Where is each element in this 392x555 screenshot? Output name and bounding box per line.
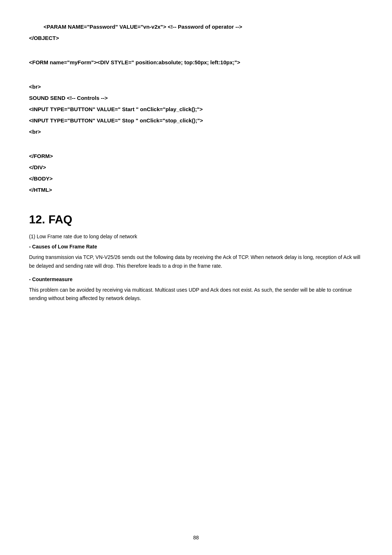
- faq-subtitle-1: - Causes of Low Frame Rate: [29, 244, 363, 250]
- code-line-10: </DIV>: [29, 162, 363, 172]
- page-number: 88: [193, 535, 199, 540]
- code-line-1: <PARAM NAME="Password" VALUE="vn-v2x"> <…: [29, 22, 363, 32]
- code-line-5: SOUND SEND <!-- Controls -->: [29, 93, 363, 103]
- code-line-12: </HTML>: [29, 185, 363, 195]
- code-line-2: </OBJECT>: [29, 33, 363, 43]
- code-line-9: </FORM>: [29, 151, 363, 161]
- code-section: <PARAM NAME="Password" VALUE="vn-v2x"> <…: [29, 22, 363, 195]
- page-container: <PARAM NAME="Password" VALUE="vn-v2x"> <…: [0, 0, 392, 555]
- faq-title: 12. FAQ: [29, 213, 363, 226]
- code-line-11: </BODY>: [29, 174, 363, 183]
- faq-section: 12. FAQ (1) Low Frame rate due to long d…: [29, 213, 363, 303]
- faq-item-1: (1) Low Frame rate due to long delay of …: [29, 234, 363, 303]
- code-block-2: <FORM name="myForm"><DIV STYLE=" positio…: [29, 57, 363, 67]
- faq-subtitle-2: - Countermeasure: [29, 276, 363, 282]
- code-line-7: <INPUT TYPE="BUTTON" VALUE=" Stop " onCl…: [29, 116, 363, 125]
- faq-body-2: This problem can be avoided by receiving…: [29, 286, 363, 303]
- code-line-6: <INPUT TYPE="BUTTON" VALUE=" Start " onC…: [29, 104, 363, 114]
- code-line-8: <br>: [29, 127, 363, 137]
- faq-item-number: (1) Low Frame rate due to long delay of …: [29, 234, 363, 239]
- code-block-4: </FORM> </DIV> </BODY> </HTML>: [29, 151, 363, 195]
- code-block-1: <PARAM NAME="Password" VALUE="vn-v2x"> <…: [29, 22, 363, 43]
- faq-body-1: During transmission via TCP, VN-V25/26 s…: [29, 253, 363, 271]
- code-line-3: <FORM name="myForm"><DIV STYLE=" positio…: [29, 57, 363, 67]
- code-line-4: <br>: [29, 82, 363, 92]
- code-block-3: <br> SOUND SEND <!-- Controls --> <INPUT…: [29, 82, 363, 137]
